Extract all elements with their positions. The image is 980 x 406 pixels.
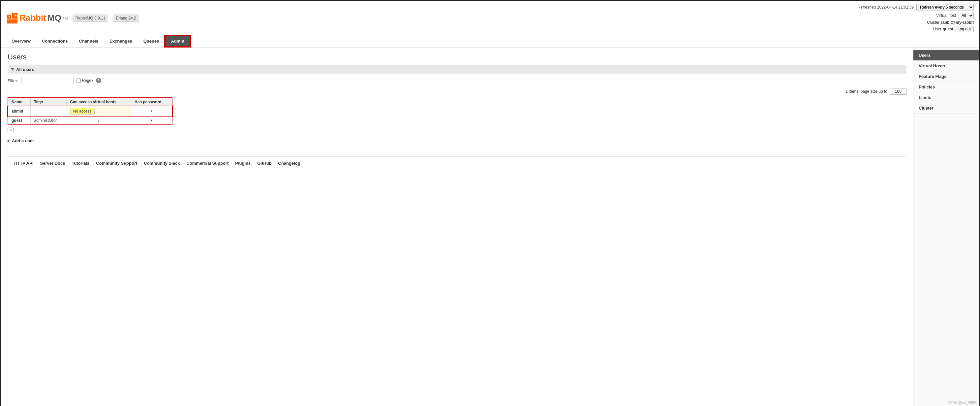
regex-label: Regex [82, 78, 94, 83]
sidebar: Users Virtual Hosts Feature Flags Polici… [913, 48, 979, 406]
nav-item-exchanges[interactable]: Exchanges [104, 36, 137, 46]
user-name-admin[interactable]: admin [8, 106, 31, 117]
user-name-guest[interactable]: guest [8, 117, 31, 125]
no-access-badge: No access [70, 108, 95, 115]
footer-link-changelog[interactable]: Changelog [278, 161, 301, 166]
nav-item-connections[interactable]: Connections [37, 36, 73, 46]
sidebar-item-policies[interactable]: Policies [913, 82, 979, 93]
logo-tm: TM [63, 16, 68, 20]
refresh-select[interactable]: Refresh every 5 seconds Refresh every 10… [916, 4, 974, 11]
logo-area: RabbitMQTM RabbitMQ 3.9.11 Erlang 24.2 [6, 12, 139, 24]
footer-link-server-docs[interactable]: Server Docs [40, 161, 65, 166]
user-row: User guest Log out [933, 26, 974, 32]
sidebar-item-virtual-hosts[interactable]: Virtual Hosts [913, 61, 979, 71]
user-password-guest: • [131, 117, 172, 125]
pagination-row: 2 items, page size up to [8, 88, 907, 95]
nav-bar: Overview Connections Channels Exchanges … [1, 35, 979, 48]
logo-mq: MQ [48, 13, 61, 23]
all-users-section-header[interactable]: All users [8, 66, 907, 74]
footer: HTTP API Server Docs Tutorials Community… [8, 157, 907, 169]
sidebar-item-feature-flags[interactable]: Feature Flags [913, 71, 979, 82]
user-value: guest [943, 27, 953, 31]
user-tags-admin [31, 106, 67, 117]
refreshed-label: Refreshed 2022-04-14 21:01:39 [858, 5, 914, 10]
svg-rect-4 [9, 16, 10, 17]
vhost-row: Virtual host All / [936, 12, 974, 19]
content-area: Users All users Filter: Regex ? 2 items,… [1, 48, 913, 406]
table-header-row: Name Tags Can access virtual hosts Has p… [8, 98, 172, 106]
table-help-icon[interactable]: ? [8, 127, 14, 133]
collapse-icon [11, 68, 14, 70]
top-right-info: Refreshed 2022-04-14 21:01:39 Refresh ev… [858, 4, 974, 32]
expand-icon [8, 139, 10, 142]
sidebar-item-cluster[interactable]: Cluster [913, 103, 979, 113]
rabbitmq-logo-icon [6, 12, 18, 24]
regex-help-icon[interactable]: ? [96, 78, 101, 83]
col-vhosts: Can access virtual hosts [67, 98, 131, 106]
nav-item-admin[interactable]: Admin [165, 35, 190, 47]
top-bar: RabbitMQTM RabbitMQ 3.9.11 Erlang 24.2 R… [1, 1, 979, 35]
table-row[interactable]: admin No access • [8, 106, 172, 117]
footer-link-github[interactable]: GitHub [257, 161, 271, 166]
filter-label: Filter: [8, 78, 19, 83]
main-layout: Users All users Filter: Regex ? 2 items,… [1, 48, 979, 406]
logout-button[interactable]: Log out [955, 26, 974, 32]
regex-checkbox[interactable] [76, 78, 81, 83]
pagination-text: 2 items, page size up to [845, 89, 887, 94]
logo: RabbitMQTM [6, 12, 68, 24]
filter-row: Filter: Regex ? [8, 77, 907, 84]
nav-item-channels[interactable]: Channels [74, 36, 104, 46]
sidebar-item-users[interactable]: Users [913, 50, 979, 61]
svg-rect-3 [14, 14, 16, 16]
version-badge: RabbitMQ 3.9.11 [73, 14, 108, 22]
vhost-label: Virtual host [936, 13, 956, 18]
cluster-label: Cluster [927, 20, 939, 25]
sidebar-item-limits[interactable]: Limits [913, 93, 979, 103]
user-password-admin: • [131, 106, 172, 117]
add-user-section: Add a user [8, 138, 907, 143]
user-vhosts-guest: / [67, 117, 131, 125]
add-user-label: Add a user [12, 138, 34, 143]
erlang-badge: Erlang 24.2 [113, 14, 139, 22]
col-password: Has password [131, 98, 172, 106]
footer-link-tutorials[interactable]: Tutorials [72, 161, 89, 166]
user-vhosts-admin: No access [67, 106, 131, 117]
col-name: Name [8, 98, 31, 106]
regex-checkbox-label: Regex [76, 78, 94, 83]
users-table: Name Tags Can access virtual hosts Has p… [8, 98, 172, 125]
add-user-header[interactable]: Add a user [8, 138, 907, 143]
footer-link-commercial-support[interactable]: Commercial Support [186, 161, 229, 166]
logo-rabbit: Rabbit [19, 13, 46, 23]
watermark: CSDN @wu_55555 [948, 401, 977, 405]
user-tags-guest: administrator [31, 117, 67, 125]
footer-link-community-slack[interactable]: Community Slack [144, 161, 180, 166]
footer-link-http-api[interactable]: HTTP API [14, 161, 33, 166]
filter-input[interactable] [21, 77, 74, 84]
all-users-label: All users [16, 67, 34, 72]
refresh-row: Refreshed 2022-04-14 21:01:39 Refresh ev… [858, 4, 974, 11]
page-size-input[interactable] [890, 88, 907, 95]
svg-rect-2 [7, 19, 18, 24]
col-tags: Tags [31, 98, 67, 106]
cluster-row: Cluster rabbit@my-rabbit [927, 20, 974, 25]
nav-item-overview[interactable]: Overview [6, 36, 36, 46]
cluster-value: rabbit@my-rabbit [941, 20, 974, 25]
user-label: User [933, 27, 942, 31]
nav-item-queues[interactable]: Queues [138, 36, 165, 46]
table-row[interactable]: guest administrator / • [8, 117, 172, 125]
page-title: Users [8, 53, 907, 61]
vhost-select[interactable]: All / [958, 12, 974, 19]
footer-link-plugins[interactable]: Plugins [235, 161, 251, 166]
footer-link-community-support[interactable]: Community Support [96, 161, 137, 166]
